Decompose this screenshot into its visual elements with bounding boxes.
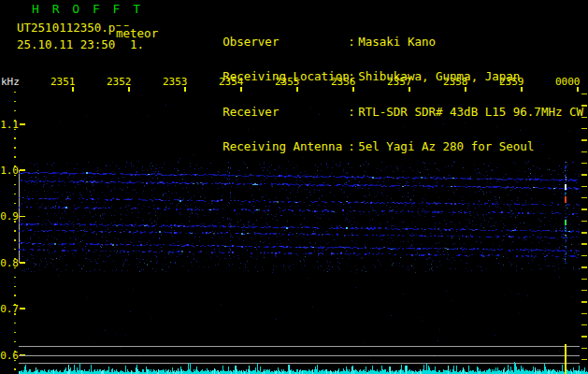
datetime-label: 25.10.11 23:50 [17, 37, 115, 51]
svg-text:0.6: 0.6 [0, 350, 19, 362]
svg-text:1.1: 1.1 [0, 119, 19, 131]
meta-colon: : [348, 107, 358, 118]
svg-text:2351: 2351 [50, 76, 76, 88]
svg-text:1.0: 1.0 [0, 165, 19, 177]
svg-text:0.7: 0.7 [0, 303, 19, 315]
svg-text:0.8: 0.8 [0, 257, 19, 269]
meta-row-antenna: Receiving Antenna:5el Yagi Az 280 for Se… [166, 129, 583, 140]
hrofft-output: 1.11.00.90.80.70.6kHz2351235223532354235… [0, 0, 588, 374]
meta-colon: : [348, 71, 358, 82]
meta-label: Observer [222, 36, 348, 48]
meta-label: Receiving Antenna [222, 141, 348, 152]
meta-label: Receiver [222, 107, 348, 118]
level-plot [19, 344, 588, 374]
meta-colon: : [348, 36, 358, 48]
header: H R O F F T UT2510112350.png meteor 25.1… [0, 0, 588, 58]
meta-row-receiver: Receiver:RTL-SDR SDR# 43dB L15 96.7MHz C… [166, 94, 583, 106]
svg-text:kHz: kHz [1, 76, 20, 88]
meta-row-location: Receiving Location:Shibukawa, Gunma, Jap… [166, 60, 583, 71]
detection-band-marker [19, 170, 20, 263]
meta-value: 5el Yagi Az 280 for Seoul [358, 139, 534, 153]
meta-row-observer: Observer:Masaki Kano [166, 25, 583, 36]
svg-text:0.9: 0.9 [0, 210, 19, 223]
svg-text:2352: 2352 [107, 76, 132, 88]
meta-value: RTL-SDR SDR# 43dB L15 96.7MHz CW [358, 105, 583, 119]
meta-colon: : [348, 141, 358, 152]
meta-value: Shibukawa, Gunma, Japan [358, 69, 520, 83]
meteor-echo-streak [565, 162, 567, 264]
app-title: H R O F F T [32, 2, 143, 16]
metadata-table: Observer:Masaki Kano Receiving Location:… [166, 2, 583, 165]
sequence-label: 1. [130, 37, 144, 51]
meta-label: Receiving Location [222, 71, 348, 82]
filename-label: UT2510112350.png [17, 21, 129, 35]
meta-value: Masaki Kano [358, 35, 436, 49]
freq-axis: 1.11.00.90.80.70.6kHz [0, 76, 25, 370]
